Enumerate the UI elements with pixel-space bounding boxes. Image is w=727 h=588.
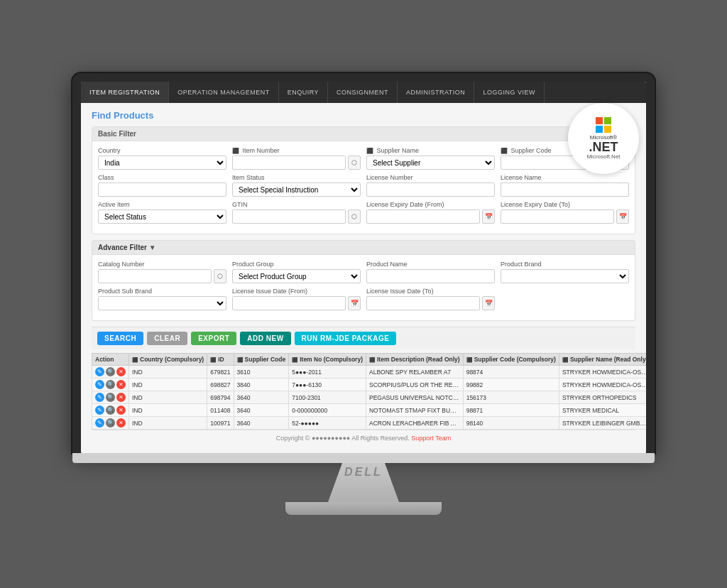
nav-item-logging[interactable]: LOGGING VIEW xyxy=(474,82,545,103)
cell-item-no: 5●●●-2011 xyxy=(289,366,366,379)
license-name-input[interactable] xyxy=(501,183,629,197)
nav-item-enquiry[interactable]: ENQUIRY xyxy=(279,82,328,103)
delete-icon[interactable]: ✕ xyxy=(116,380,126,389)
add-new-button[interactable]: ADD NEW xyxy=(240,332,290,345)
nav-item-administration[interactable]: ADMINISTRATION xyxy=(398,82,474,103)
col-sup-code[interactable]: ⬛Supplier Code xyxy=(234,354,289,366)
license-number-group: License Number xyxy=(366,174,495,197)
filter-row-1: Country India ⬛ Item Number xyxy=(98,147,629,170)
req-icon: ⬛ xyxy=(232,148,239,154)
action-buttons-bar: SEARCH CLEAR EXPORT ADD NEW RUN RM-JDE P… xyxy=(92,327,635,349)
item-number-input[interactable] xyxy=(232,156,346,170)
cell-item-no: 7●●●-6130 xyxy=(289,379,366,391)
cell-item-desc: SCORPIUS/PLUS OR THE RENGET xyxy=(366,379,463,391)
product-group-select[interactable]: Select Product Group xyxy=(232,269,361,283)
view-icon[interactable]: 🔍 xyxy=(106,367,115,376)
view-icon[interactable]: 🔍 xyxy=(106,393,115,402)
catalog-number-icon[interactable]: ⬡ xyxy=(214,269,226,283)
license-issue-from-calendar-icon[interactable]: 📅 xyxy=(348,296,361,310)
gtin-search-icon[interactable]: ⬡ xyxy=(348,209,361,224)
delete-icon[interactable]: ✕ xyxy=(116,393,126,402)
col-item-no[interactable]: ⬛Item No (Compulsory) xyxy=(289,354,366,366)
edit-icon[interactable]: ✎ xyxy=(95,405,104,415)
filter-row-3: Active Item Select Status GTIN ⬡ xyxy=(98,201,629,224)
view-icon[interactable]: 🔍 xyxy=(106,418,115,428)
license-issue-to-calendar-icon[interactable]: 📅 xyxy=(482,296,495,310)
license-issue-to-label: License Issue Date (To) xyxy=(366,288,495,295)
advance-filter-body: Catalog Number ⬡ Product Group Select Pr… xyxy=(92,255,635,320)
delete-icon[interactable]: ✕ xyxy=(116,405,126,415)
product-name-input[interactable] xyxy=(366,269,495,283)
edit-icon[interactable]: ✎ xyxy=(95,380,104,389)
advance-filter-header[interactable]: Advance Filter ▼ xyxy=(92,241,635,255)
advance-row-2: Product Sub Brand License Issue Date (Fr… xyxy=(98,288,629,310)
license-issue-from-label: License Issue Date (From) xyxy=(232,288,361,295)
table-header: Action ⬛Country (Compulsory) ⬛ID ⬛Suppli… xyxy=(92,354,647,366)
edit-icon[interactable]: ✎ xyxy=(95,418,104,428)
run-rm-button[interactable]: RUN RM-JDE PACKAGE xyxy=(295,332,397,345)
license-name-group: License Name xyxy=(501,174,629,197)
delete-icon[interactable]: ✕ xyxy=(116,418,126,428)
license-number-input[interactable] xyxy=(366,183,495,197)
col-id[interactable]: ⬛ID xyxy=(207,354,234,366)
cell-sup-code-comp: 98140 xyxy=(463,417,559,430)
cell-country: IND xyxy=(129,417,207,430)
country-select[interactable]: India xyxy=(98,156,226,170)
col-country[interactable]: ⬛Country (Compulsory) xyxy=(129,354,207,366)
license-issue-from-input[interactable] xyxy=(232,296,346,310)
license-number-label: License Number xyxy=(366,174,495,181)
delete-icon[interactable]: ✕ xyxy=(116,367,126,376)
product-brand-group: Product Brand xyxy=(501,261,629,283)
cell-sup-code-comp: 98871 xyxy=(463,404,559,417)
item-number-search-icon[interactable]: ⬡ xyxy=(348,156,361,170)
nav-item-operation[interactable]: OPERATION MANAGEMENT xyxy=(169,82,278,103)
active-item-label: Active Item xyxy=(98,201,226,208)
cell-sup-code-comp: 156173 xyxy=(463,391,559,404)
view-icon[interactable]: 🔍 xyxy=(106,380,115,389)
license-issue-from-input-group: 📅 xyxy=(232,296,361,310)
license-expiry-from-input[interactable] xyxy=(366,209,480,224)
license-expiry-from-calendar-icon[interactable]: 📅 xyxy=(482,209,495,224)
export-button[interactable]: EXPORT xyxy=(191,332,236,345)
cell-country: IND xyxy=(129,391,207,404)
license-issue-to-input[interactable] xyxy=(366,296,480,310)
col-sup-name[interactable]: ⬛Supplier Name (Read Only) xyxy=(559,354,646,366)
advance-filter-toggle[interactable]: Advance Filter xyxy=(98,244,147,251)
action-icons: ✎ 🔍 ✕ xyxy=(95,393,126,402)
cell-country: IND xyxy=(129,379,207,391)
dell-label: DELL xyxy=(328,463,399,481)
table-row: ✎ 🔍 ✕ IND 679821 3610 5●●●-2011 ALBONE S… xyxy=(92,366,647,379)
catalog-number-input[interactable] xyxy=(98,269,212,283)
advance-filter-toggle-icon[interactable]: ▼ xyxy=(149,244,156,251)
supplier-name-select[interactable]: Select Supplier xyxy=(366,156,495,170)
basic-filter-header[interactable]: Basic Filter xyxy=(92,127,635,141)
item-status-select[interactable]: Select Special Instruction xyxy=(232,183,361,197)
active-item-select[interactable]: Select Status xyxy=(98,209,226,224)
edit-icon[interactable]: ✎ xyxy=(95,393,104,402)
item-number-input-group: ⬡ xyxy=(232,156,361,170)
svg-rect-1 xyxy=(604,117,611,124)
license-expiry-to-calendar-icon[interactable]: 📅 xyxy=(616,209,629,224)
search-button[interactable]: SEARCH xyxy=(97,332,143,345)
cell-sup-name: STRYKER ORTHOPEDICS xyxy=(559,391,646,404)
product-brand-select[interactable] xyxy=(501,269,629,283)
license-expiry-to-input[interactable] xyxy=(501,209,614,224)
col-item-desc[interactable]: ⬛Item Description (Read Only) xyxy=(366,354,463,366)
license-issue-to-group: License Issue Date (To) 📅 xyxy=(366,288,495,310)
product-sub-brand-select[interactable] xyxy=(98,296,226,310)
clear-button[interactable]: CLEAR xyxy=(147,332,187,345)
view-icon[interactable]: 🔍 xyxy=(106,405,115,415)
country-group: Country India xyxy=(98,147,226,170)
class-input[interactable] xyxy=(98,183,226,197)
edit-icon[interactable]: ✎ xyxy=(95,367,104,376)
nav-item-registration[interactable]: ITEM REGISTRATION xyxy=(81,82,169,103)
cell-sup-code: 3640 xyxy=(234,404,289,417)
support-link[interactable]: Support Team xyxy=(411,435,451,442)
col-sup-code-comp[interactable]: ⬛Supplier Code (Compulsory) xyxy=(463,354,559,366)
gtin-input-group: ⬡ xyxy=(232,209,361,224)
license-expiry-from-label: License Expiry Date (From) xyxy=(366,201,495,208)
gtin-input[interactable] xyxy=(232,209,346,224)
nav-item-consignment[interactable]: CONSIGNMENT xyxy=(328,82,398,103)
item-number-group: ⬛ Item Number ⬡ xyxy=(232,147,361,170)
table-row: ✎ 🔍 ✕ IND 698827 3840 7●●●-6130 SCORPIUS… xyxy=(92,379,647,391)
